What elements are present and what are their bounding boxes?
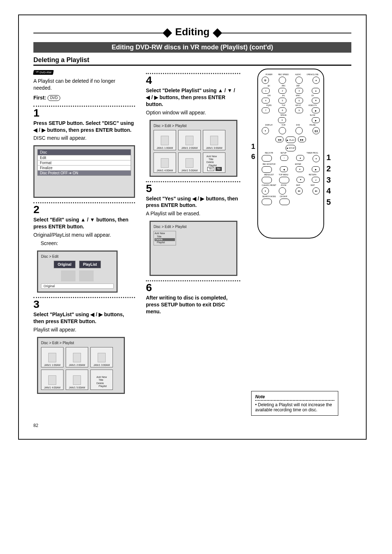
step-2-bold: Select "Edit" using ▲ / ▼ buttons, then … [33, 216, 135, 230]
thumb: JAN/1 5:00AM [66, 370, 88, 390]
vcr-button [279, 127, 286, 134]
thumb-menu: Add New Title Delete Playlist [90, 370, 113, 390]
num-4-button: 4 [262, 98, 270, 103]
step-1-num: 1 [33, 107, 135, 118]
skip-back-button: ⏮ [295, 187, 303, 195]
thumb-grid: JAN/1 1:00AM JAN/1 2:00AM JAN/1 3:00AM J… [154, 130, 233, 173]
num-2-button: 2 [278, 88, 286, 94]
play-button: ▶ PLAY [286, 137, 296, 143]
thumb: JAN/1 5:00AM [178, 152, 201, 173]
right-button: ▶ [312, 166, 320, 172]
step-4-screen: Disc > Edit > Playlist JAN/1 1:00AM JAN/… [150, 120, 237, 177]
topic-title: Deleting a Playlist [33, 56, 351, 66]
footer-label: Original [41, 284, 114, 289]
dvd-rw-badge: VR DVD-RW [33, 70, 54, 75]
open-close-button: ▲ [313, 77, 320, 84]
menu-list-button [262, 177, 272, 183]
zoom-button [279, 187, 286, 195]
step-5-num: 5 [146, 183, 240, 194]
thumb: JAN/1 1:00AM [41, 347, 64, 367]
step-2-screen: Disc > Edit Original PlayList Original [37, 250, 118, 293]
column-left: VR DVD-RW A Playlist can be deleted if n… [33, 69, 135, 416]
page: Editing Editing DVD-RW discs in VR mode … [18, 15, 367, 440]
step-2-text: Original/PlayList menu will appear. [33, 232, 135, 239]
no-button: No [216, 167, 222, 171]
enter-button: ● [296, 166, 304, 172]
badge-sup: VR [36, 71, 38, 73]
step-3-bold: Select "PlayList" using ◀ / ▶ buttons, t… [33, 311, 135, 325]
step-3-text: Playlist will appear. [33, 326, 135, 333]
num-0-button: 0 [278, 117, 286, 123]
note-box: Note • Deleting a Playlist will not incr… [251, 391, 338, 416]
thumb: JAN/1 3:00AM [90, 347, 113, 367]
tab-original: Original [54, 261, 75, 268]
pause-button: ❚❚ [313, 127, 320, 134]
disc-menu-item: Disc Protect OFF ➔ ON [38, 170, 131, 175]
num-3-button: 3 [295, 88, 303, 94]
left-button: ◀ [280, 166, 288, 172]
down-button: ▼ [297, 177, 305, 183]
thumb: JAN/1 2:00AM [178, 130, 201, 150]
num-1-button: 1 [262, 88, 270, 94]
clear-button: ● [262, 187, 269, 195]
tab-thumbs [41, 270, 114, 281]
video-tv-button: ▶ [312, 107, 320, 113]
disc-menu-item: Edit [38, 155, 131, 160]
ch-down-button: ▼ [312, 98, 320, 103]
up-button: ▲ [296, 155, 304, 161]
first-line: First: DVD [33, 94, 135, 101]
divider [146, 280, 240, 281]
top-menu-button [279, 177, 289, 183]
breadcrumb: Disc > Edit [41, 254, 114, 258]
step-4-bold: Select "Delete Playlist" using ▲ / ▼ / ◀… [146, 87, 240, 108]
remote-wrap: 1 6 POWERREC SPEEDAUDIOOPEN/CLOSE ⏻▲ @/.… [251, 69, 338, 239]
ch-up-button: ▲ [312, 88, 320, 94]
disc-menu: Disc Edit Format Finalize Disc Protect O… [37, 149, 131, 176]
remote-callouts-right: 1 2 3 4 5 [326, 152, 331, 208]
disc-menu-item: Format [38, 160, 131, 165]
step-4-num: 4 [146, 75, 240, 86]
step-1-bold: Press SETUP button. Select "DISC" using … [33, 120, 135, 134]
step-5-text: A Playlist will be erased. [146, 210, 240, 217]
divider [146, 181, 240, 182]
step-6-num: 6 [146, 282, 240, 293]
rec-monitor-button [262, 166, 272, 173]
yes-button: Yes [207, 167, 214, 171]
step-4-text: Option window will appear. [146, 109, 240, 116]
slow-button: ▶ [312, 117, 320, 123]
section-title: Editing [168, 26, 217, 38]
step-3-screen: Disc > Edit > Playlist JAN/1 1:00AM JAN/… [37, 337, 125, 394]
step-2-text2: Screen: [41, 240, 135, 247]
subtitle-bar: Editing DVD-RW discs in VR mode (Playlis… [33, 42, 351, 53]
audio-button [295, 77, 303, 84]
rec-otr-button [262, 155, 272, 162]
breadcrumb: Disc > Edit > Playlist [154, 124, 233, 128]
badge-text: DVD-RW [40, 71, 52, 74]
rew-button: ◀◀ [275, 137, 283, 142]
first-badge: DVD [48, 95, 60, 101]
thumb: JAN/1 1:00AM [154, 130, 176, 150]
step-1-text: DISC menu will appear. [33, 135, 135, 142]
num-9-button: 9 [295, 107, 303, 113]
setup-button: ▫ [280, 155, 288, 161]
disc-menu-item: Finalize [38, 165, 131, 170]
cm-skip-button [279, 199, 290, 205]
remote-callouts-left: 1 6 [251, 141, 255, 162]
divider [33, 202, 135, 203]
thumb-menu: Add New Title Delete Playlist Yes No [203, 152, 225, 173]
breadcrumb: Disc > Edit > Playlist [154, 225, 233, 229]
display-button: ● [262, 127, 269, 134]
dvd-button [295, 127, 303, 134]
thumb: JAN/1 4:00AM [41, 370, 64, 390]
num-7-button: 7 [262, 107, 270, 113]
page-number: 82 [33, 423, 351, 428]
step-2-num: 2 [33, 204, 135, 215]
num-8-button: 8 [278, 107, 286, 113]
timer-prog-button: ● [313, 155, 320, 162]
intro-text: A Playlist can be deleted if no longer n… [33, 78, 135, 91]
ff-button: ▶▶ [298, 137, 306, 142]
skip-fwd-button: ⏭ [313, 187, 320, 195]
step-1-screen: Disc Edit Format Finalize Disc Protect O… [33, 145, 135, 198]
mini-menu: Add New Title Delete Playlist [154, 231, 176, 245]
return-button: ↩ [312, 177, 320, 183]
